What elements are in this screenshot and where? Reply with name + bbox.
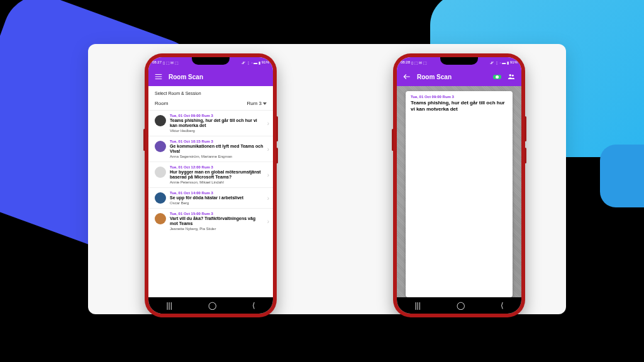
card-meta: Tue, 01 Oct 09:00 Rum 3 — [411, 95, 508, 99]
badge-dot-icon — [496, 75, 499, 79]
phone-side-button — [143, 129, 145, 151]
decorative-shape-cyan-small — [600, 145, 644, 207]
room-selector[interactable]: Room Rum 3 — [148, 98, 273, 110]
status-icons-right: 🖇 ⋮ ◦ ▬ ▮ — [242, 60, 260, 65]
session-title: Vart vill du åka? Trafikförvaltningens v… — [170, 216, 264, 226]
phone-notch — [192, 57, 230, 65]
status-icons-left: ▯ ⬚ ✉ ⬚ — [411, 60, 427, 65]
phone-mockup-1: 08:27 ▯ ⬚ ✉ ⬚ 🖇 ⋮ ◦ ▬ ▮ 91% Room Scan Se… — [145, 53, 277, 317]
phone-side-button — [525, 116, 526, 141]
card-title: Teams phishing, hur det går till och hur… — [411, 100, 508, 112]
phone-notch — [440, 57, 478, 65]
phone-side-button — [276, 116, 278, 141]
session-meta: Tue, 01 Oct 14:00 Rum 3 — [170, 191, 264, 195]
nav-home-icon[interactable]: ◯ — [208, 301, 216, 310]
status-time: 08:27 — [152, 60, 162, 64]
nav-back-icon[interactable]: ⟨ — [501, 301, 504, 310]
hamburger-menu-icon[interactable] — [153, 72, 164, 82]
nav-back-icon[interactable]: ⟨ — [252, 301, 255, 310]
speaker-avatar — [155, 167, 166, 178]
session-row[interactable]: Tue, 01 Oct 14:00 Rum 3Se upp för döda h… — [148, 187, 273, 208]
camera-viewfinder[interactable]: Tue, 01 Oct 09:00 Rum 3 Teams phishing, … — [397, 86, 521, 297]
session-title: Ge kommunikationen ett lyft med Teams oc… — [170, 144, 264, 154]
status-battery: 91% — [510, 60, 518, 64]
app-title: Room Scan — [169, 74, 268, 80]
session-row[interactable]: Tue, 01 Oct 12:00 Rum 3Hur bygger man en… — [148, 162, 273, 187]
chevron-right-icon: › — [267, 172, 269, 178]
room-label: Room — [155, 101, 168, 106]
section-subhead: Select Room & Session — [148, 86, 273, 98]
dropdown-caret-icon — [263, 102, 267, 105]
content-area: Select Room & Session Room Rum 3 Tue, 01… — [148, 86, 273, 297]
session-row[interactable]: Tue, 01 Oct 09:00 Rum 3Teams phishing, h… — [148, 110, 273, 136]
phone-side-button — [392, 129, 394, 151]
chevron-right-icon: › — [267, 218, 269, 225]
session-speaker: Jeanette Nyberg, Pia Stider — [170, 227, 264, 231]
session-row[interactable]: Tue, 01 Oct 10:15 Rum 3Ge kommunikatione… — [148, 136, 273, 162]
status-badge[interactable] — [493, 75, 501, 79]
chevron-right-icon: › — [267, 120, 269, 127]
nav-home-icon[interactable]: ◯ — [457, 301, 465, 310]
session-meta: Tue, 01 Oct 15:00 Rum 3 — [170, 212, 264, 216]
status-battery: 91% — [262, 60, 269, 64]
session-meta: Tue, 01 Oct 12:00 Rum 3 — [170, 165, 264, 169]
session-speaker: Annie Petersson, Mikael Lindahl — [170, 180, 264, 184]
phone-side-button — [525, 148, 526, 163]
speaker-avatar — [155, 213, 166, 224]
back-arrow-icon[interactable] — [402, 72, 412, 82]
phone-side-button — [276, 148, 278, 163]
people-icon[interactable] — [506, 72, 516, 82]
speaker-avatar — [155, 115, 166, 126]
nav-recents-icon[interactable]: ||| — [166, 301, 172, 310]
speaker-avatar — [155, 141, 166, 152]
android-nav-bar: ||| ◯ ⟨ — [397, 297, 521, 314]
app-title: Room Scan — [417, 74, 488, 80]
session-title: Teams phishing, hur det går till och hur… — [170, 118, 264, 128]
chevron-right-icon: › — [267, 146, 269, 153]
nav-recents-icon[interactable]: ||| — [414, 301, 420, 310]
session-speaker: Viktor Hedberg — [170, 129, 264, 133]
session-list: Tue, 01 Oct 09:00 Rum 3Teams phishing, h… — [148, 110, 273, 234]
app-bar: Room Scan — [148, 67, 273, 86]
session-card: Tue, 01 Oct 09:00 Rum 3 Teams phishing, … — [406, 91, 513, 297]
speaker-avatar — [155, 192, 166, 204]
svg-point-5 — [512, 75, 514, 77]
status-icons-left: ▯ ⬚ ✉ ⬚ — [163, 60, 179, 65]
room-value: Rum 3 — [247, 101, 262, 106]
app-bar: Room Scan — [397, 67, 521, 86]
session-title: Hur bygger man en global mötesrumstjänst… — [170, 170, 264, 180]
status-time: 08:28 — [401, 60, 410, 64]
phone-mockup-2: 08:28 ▯ ⬚ ✉ ⬚ 🖇 ⋮ ◦ ▬ ▮ 91% Room Scan Tu… — [393, 53, 525, 317]
session-meta: Tue, 01 Oct 09:00 Rum 3 — [170, 114, 264, 118]
session-title: Se upp för döda hästar i arbetslivet — [170, 195, 264, 200]
session-row[interactable]: Tue, 01 Oct 15:00 Rum 3Vart vill du åka?… — [148, 208, 273, 234]
chevron-right-icon: › — [267, 195, 269, 202]
session-speaker: Oscar Berg — [170, 201, 264, 205]
status-icons-right: 🖇 ⋮ ◦ ▬ ▮ — [490, 60, 509, 65]
session-meta: Tue, 01 Oct 10:15 Rum 3 — [170, 140, 264, 143]
session-speaker: Anna Segerström, Marianne Engman — [170, 155, 264, 158]
android-nav-bar: ||| ◯ ⟨ — [148, 297, 273, 314]
svg-point-4 — [509, 74, 512, 77]
